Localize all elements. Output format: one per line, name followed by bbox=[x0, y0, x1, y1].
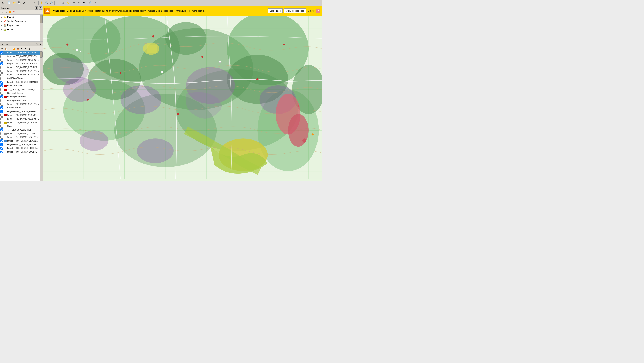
toolbar-btn-zoom-out[interactable]: 🔎 bbox=[49, 0, 54, 5]
toolbar-btn-select[interactable]: ⬚ bbox=[60, 0, 65, 5]
toolbar-btn-measure[interactable]: 📏 bbox=[65, 0, 70, 5]
layer-checkbox[interactable] bbox=[0, 62, 3, 65]
layer-checkbox[interactable] bbox=[0, 106, 3, 109]
toolbar-btn-edit[interactable]: ✏ bbox=[72, 0, 76, 5]
browser-scrollbar[interactable] bbox=[40, 15, 43, 41]
layers-up-btn[interactable]: ⬇ bbox=[20, 47, 24, 50]
layer-checkbox[interactable] bbox=[0, 95, 3, 98]
layer-item[interactable]: target — T65_DKM10_BODENBEDECKUNG bbox=[0, 150, 40, 154]
browser-item-home[interactable]: ▶ 🏡 Home bbox=[0, 27, 40, 31]
toolbar-btn-add-feature[interactable]: ✚ bbox=[82, 0, 86, 5]
layers-remove-btn[interactable]: 🗑 bbox=[28, 47, 31, 50]
toolbar-btn-identify[interactable]: ℹ bbox=[56, 0, 60, 5]
layer-checkbox[interactable] bbox=[0, 77, 3, 80]
layer-checkbox[interactable] bbox=[0, 92, 3, 95]
layer-item[interactable]: target — T57_DKM10_GEWAESSER_LIN bbox=[0, 143, 40, 146]
layer-checkbox[interactable] bbox=[0, 125, 3, 128]
layer-checkbox[interactable] bbox=[0, 147, 3, 150]
layer-item[interactable]: WaldOffenArea bbox=[0, 84, 40, 88]
toolbar-btn-undo[interactable]: ↩ bbox=[28, 0, 33, 5]
layer-checkbox[interactable] bbox=[0, 66, 3, 69]
layer-item[interactable]: target — T51_DKM10_BOESCHUNG_SYMB bbox=[0, 121, 40, 124]
toolbar-btn-node[interactable]: ◈ bbox=[76, 0, 81, 5]
layer-item[interactable]: T51_DKM10_BOESCHUNG_SYMB bbox=[0, 88, 40, 91]
layer-checkbox[interactable] bbox=[0, 150, 3, 153]
toolbar-btn-save[interactable]: 💾 bbox=[17, 0, 22, 5]
browser-tree[interactable]: ▶ ⭐ Favorites ▶ 📌 Spatial Bookmarks ▶ 🏠 bbox=[0, 15, 40, 41]
stack-trace-button[interactable]: Stack trace bbox=[268, 8, 282, 13]
browser-collapse-btn[interactable]: ⬆ bbox=[4, 10, 8, 14]
layer-checkbox[interactable] bbox=[0, 59, 3, 62]
layer-checkbox[interactable] bbox=[0, 114, 3, 117]
layer-checkbox[interactable] bbox=[0, 110, 3, 113]
layer-item[interactable]: GebueschArea bbox=[0, 106, 40, 110]
layer-checkbox[interactable] bbox=[0, 84, 3, 87]
layer-item[interactable]: target — T44_DKM10_EISENBAHN bbox=[0, 110, 40, 113]
layer-checkbox[interactable] bbox=[0, 143, 3, 146]
layer-checkbox[interactable] bbox=[0, 99, 3, 102]
layer-checkbox[interactable] bbox=[0, 128, 3, 131]
layer-item[interactable]: target — T52_DKM10_SCHUTZGEBIET bbox=[0, 132, 40, 135]
browser-item-bookmarks[interactable]: ▶ 📌 Spatial Bookmarks bbox=[0, 19, 40, 23]
layers-visibility-btn[interactable]: 👁 bbox=[8, 47, 12, 50]
layer-item[interactable]: Name bbox=[0, 124, 40, 128]
browser-close-btn[interactable]: ✕ bbox=[38, 6, 42, 9]
layer-item[interactable]: GebueschCluster bbox=[0, 91, 40, 95]
layers-edit-btn[interactable]: ✏ bbox=[0, 47, 4, 50]
layer-checkbox[interactable] bbox=[0, 51, 3, 54]
toolbar-btn-print[interactable]: 🖨 bbox=[22, 0, 26, 5]
layer-checkbox[interactable] bbox=[0, 132, 3, 135]
browser-filter-btn[interactable]: 🔽 bbox=[8, 10, 12, 14]
toolbar-btn-zoom-in[interactable]: 🔍 bbox=[44, 0, 49, 5]
browser-refresh-btn[interactable]: ↺ bbox=[0, 10, 4, 14]
toolbar-btn-redo[interactable]: ↪ bbox=[33, 0, 38, 5]
layer-item[interactable]: FeuchtgebieteCluster bbox=[0, 99, 40, 102]
browser-item-project-home[interactable]: ▶ 🏠 Project Home bbox=[0, 23, 40, 27]
layers-add-btn[interactable]: 📋 bbox=[4, 47, 8, 50]
toolbar-btn-locator[interactable]: 🔎 bbox=[88, 0, 92, 5]
layer-item[interactable]: target — T39_DKM10_MORPH_KLEINFORM_PKT bbox=[0, 58, 40, 62]
layers-float-btn[interactable]: ⊟ bbox=[35, 43, 38, 46]
layer-item[interactable]: target — T38_DKM10_HOEHENKOTE bbox=[0, 55, 40, 58]
layer-item[interactable]: target — T42_DKM10_OEV_LIN bbox=[0, 62, 40, 66]
toolbar-btn-1[interactable]: ⊞ bbox=[1, 0, 5, 5]
layer-item[interactable]: FeuchtgebieteArea bbox=[0, 95, 40, 99]
toolbar-btn-plugins[interactable]: ⚙ bbox=[93, 0, 97, 5]
layer-item[interactable]: target — T43_DKM10_BODENBEDECKUNG_SYMB F… bbox=[0, 102, 40, 106]
layers-list[interactable]: target — T28_DKM10_KOORDINATENNETZLINIE … bbox=[0, 51, 40, 181]
layers-filter-btn[interactable]: 🔽 bbox=[12, 47, 16, 50]
toolbar-btn-new[interactable]: 📄 bbox=[7, 0, 12, 5]
layer-item[interactable]: WaldOffenCluster bbox=[0, 77, 40, 80]
layer-item[interactable]: T37_DKM10_NAME_PKT bbox=[0, 128, 40, 132]
layers-down-btn[interactable]: ⬆ bbox=[24, 47, 27, 50]
layer-item[interactable]: target — T47_DKM10_STAUDAMM_SYMB bbox=[0, 113, 40, 117]
map-canvas[interactable] bbox=[43, 6, 322, 181]
layer-item[interactable]: target — T56_DKM10_GEWAESSER_PLY bbox=[0, 139, 40, 143]
layer-item[interactable]: target — T62_DKM10_HOEHENKURVE bbox=[0, 146, 40, 150]
layer-checkbox[interactable] bbox=[0, 81, 3, 84]
browser-float-btn[interactable]: ⊟ bbox=[35, 6, 38, 9]
layer-checkbox[interactable] bbox=[0, 88, 3, 91]
layer-checkbox[interactable] bbox=[0, 139, 3, 142]
layer-checkbox[interactable] bbox=[0, 136, 3, 139]
layers-close-btn[interactable]: ✕ bbox=[38, 43, 42, 46]
layer-checkbox[interactable] bbox=[0, 103, 3, 106]
layer-item[interactable]: target — T43_DKM10_BODENBEDECKUNG_SYMB bbox=[0, 66, 40, 69]
layer-checkbox[interactable] bbox=[0, 73, 3, 76]
layer-checkbox[interactable] bbox=[0, 55, 3, 58]
layer-checkbox[interactable] bbox=[0, 70, 3, 73]
toolbar-btn-pan[interactable]: ✋ bbox=[40, 0, 44, 5]
layers-scrollbar[interactable] bbox=[40, 51, 43, 181]
layer-item[interactable]: target — T45_DKM10_STRASSE bbox=[0, 80, 40, 84]
layers-group-btn[interactable]: 📤 bbox=[16, 47, 20, 50]
layer-checkbox[interactable] bbox=[0, 121, 3, 124]
view-message-log-button[interactable]: View message log bbox=[284, 8, 306, 13]
layer-item[interactable]: target — T43_DKM10_BODENBEDECKUNG_SYMB G… bbox=[0, 73, 40, 77]
layer-item[interactable]: target — T28_DKM10_KOORDINATENNETZLINIE bbox=[0, 51, 40, 55]
layer-item[interactable]: target — T43_DKM10_BODENBEDECKUNG_SYMB W… bbox=[0, 69, 40, 73]
browser-item-favorites[interactable]: ▶ ⭐ Favorites bbox=[0, 15, 40, 19]
layer-item[interactable]: target — T50_DKM10_MORPH_KLEINFORM_LIN bbox=[0, 117, 40, 121]
layer-checkbox[interactable] bbox=[0, 117, 3, 120]
layer-item[interactable]: target — T55_DKM10_TIEFENLINIE bbox=[0, 135, 40, 139]
error-close-button[interactable]: ✕ bbox=[316, 9, 320, 13]
